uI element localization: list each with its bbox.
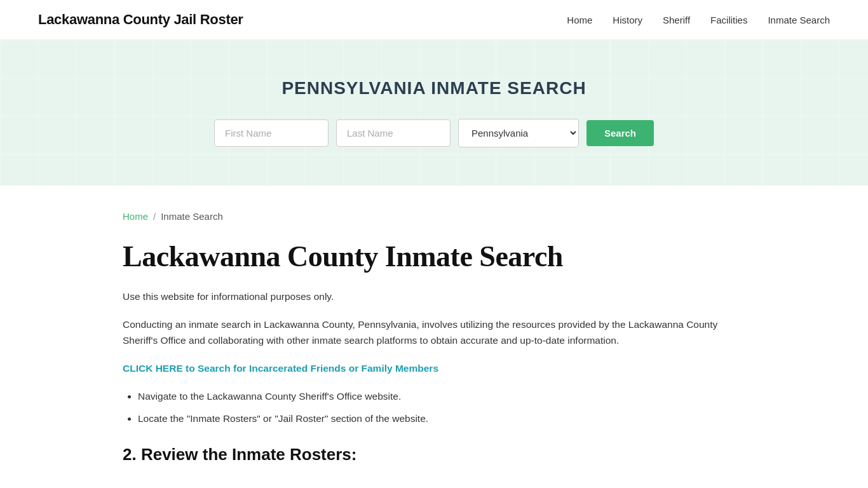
cta-paragraph: CLICK HERE to Search for Incarcerated Fr…: [123, 360, 745, 377]
nav-history[interactable]: History: [613, 15, 642, 25]
section-2-heading: 2. Review the Inmate Rosters:: [123, 445, 745, 464]
cta-link[interactable]: CLICK HERE to Search for Incarcerated Fr…: [123, 363, 438, 374]
content-body: Use this website for informational purpo…: [123, 288, 745, 464]
intro-paragraph-2: Conducting an inmate search in Lackawann…: [123, 316, 745, 349]
search-button[interactable]: Search: [587, 120, 654, 146]
list-item: Locate the "Inmate Rosters" or "Jail Ros…: [138, 411, 745, 427]
breadcrumb-current: Inmate Search: [161, 211, 223, 222]
site-title: Lackawanna County Jail Roster: [38, 11, 243, 28]
state-select[interactable]: AlabamaAlaskaArizonaArkansasCaliforniaCo…: [458, 119, 579, 147]
main-nav: Home History Sheriff Facilities Inmate S…: [567, 15, 830, 25]
breadcrumb-home-link[interactable]: Home: [123, 211, 148, 222]
main-content: Home / Inmate Search Lackawanna County I…: [85, 186, 783, 488]
nav-sheriff[interactable]: Sheriff: [663, 15, 690, 25]
nav-facilities[interactable]: Facilities: [710, 15, 747, 25]
nav-home[interactable]: Home: [567, 15, 592, 25]
breadcrumb: Home / Inmate Search: [123, 211, 745, 222]
list-item: Navigate to the Lackawanna County Sherif…: [138, 389, 745, 405]
site-header: Lackawanna County Jail Roster Home Histo…: [0, 0, 868, 40]
last-name-input[interactable]: [336, 119, 451, 147]
page-title: Lackawanna County Inmate Search: [123, 240, 745, 273]
intro-paragraph-1: Use this website for informational purpo…: [123, 288, 745, 305]
hero-title: PENNSYLVANIA INMATE SEARCH: [13, 78, 855, 98]
breadcrumb-separator: /: [153, 211, 156, 222]
first-name-input[interactable]: [214, 119, 329, 147]
inmate-search-form: AlabamaAlaskaArizonaArkansasCaliforniaCo…: [13, 119, 855, 147]
nav-inmate-search[interactable]: Inmate Search: [768, 15, 830, 25]
hero-section: PENNSYLVANIA INMATE SEARCH AlabamaAlaska…: [0, 40, 868, 186]
steps-list: Navigate to the Lackawanna County Sherif…: [138, 389, 745, 427]
